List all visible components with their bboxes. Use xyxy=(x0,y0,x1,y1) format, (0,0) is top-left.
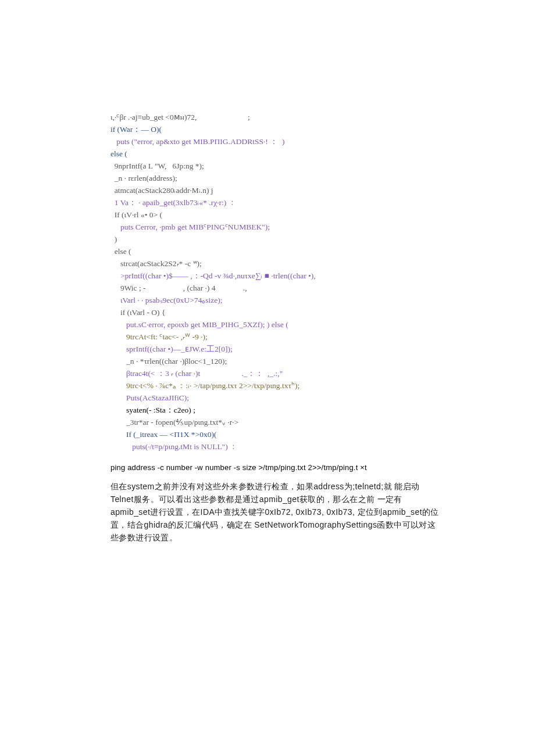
code-line: _n · *τrlen((char ·)βloc<1_120); xyxy=(110,357,227,366)
code-line: 9nprIntf(a L "W, 6Jp:ng *); xyxy=(110,162,204,170)
code-line: ι,·ᶜβr .·aj≡ub_get <0ᴍн)72, ; xyxy=(110,113,250,121)
code-line: βtrac4t(< ：3 ᵣ (char ·)t ._：： ,_.:," xyxy=(110,369,283,378)
code-line: ιVarl · · psabₛ9ec(0xU>74ₒsize); xyxy=(110,296,222,304)
code-line: else ( xyxy=(110,247,131,256)
code-line: else ( xyxy=(110,149,127,158)
code-line: _3tr*ar - fopen(⅘up/pιng.txt*ᵥ ·r·> xyxy=(110,418,238,427)
code-line: If (ιV·rl «• 0> ( xyxy=(110,210,162,219)
code-line: >prIntf((char •)$—— ,：-Qd -v ⅜d·,nuτxe∑ᵢ… xyxy=(110,271,316,280)
code-line: strcat(acStack2S2ᵣ* -c ʷ); xyxy=(110,259,202,268)
code-listing: ι,·ᶜβr .·aj≡ub_get <0ᴍн)72, ; if (War：— … xyxy=(110,99,442,453)
code-line: 9Wic ; - , (char ·) 4 ., xyxy=(110,284,247,292)
code-line: puts(·/t≡p/pιng.tMt is NULL") ﹕ xyxy=(110,442,238,451)
command-line-summary: ping address -c number -w number -s size… xyxy=(110,463,442,472)
code-line: ) xyxy=(110,235,117,243)
analysis-paragraph: 但在system之前并没有对这些外来参数进行检查，如果address为;teln… xyxy=(110,480,442,544)
code-line: 1 Va： · apaib_get(3xlb73ᵢ«* .rχ·r:) ﹕ xyxy=(110,198,237,207)
code-line: 9trcAt<ft: ᶜtac<- ,ᵣᵂ -9 ·); xyxy=(110,332,208,341)
code-line: syaten(- :Sta：c2eo) ; xyxy=(110,406,195,414)
code-line: _n · rεrlen(address); xyxy=(110,174,177,182)
code-line: 9trc·t<% · ⅞c*ₐ ：:ᵢ· >/tap/pιng.txτ 2>>/… xyxy=(110,381,299,390)
code-line: Puts(AcStazaJIfiC); xyxy=(110,393,189,402)
code-line: puts Cerror, ·pmb get MIBᶜPINGᶜNUMBEK"); xyxy=(110,223,270,231)
code-line: puts ("error, ap&xto get MIB.PΠΙG.ADDRtS… xyxy=(110,137,284,146)
code-line: if (ιVarl - O) { xyxy=(110,308,165,317)
code-line: put.sC·error, epoιxb get MIB_PIHG_5XZf);… xyxy=(110,320,288,329)
code-line: sprIntf((char •)—_ᴇJW.e:工2[0]); xyxy=(110,345,233,353)
code-line: atmcat(acStack280ᵢaddr·Mᵢ.n) j xyxy=(110,186,213,195)
code-line: If (_itreax — <Π1X *>0x0)( xyxy=(110,430,216,439)
code-line: if (War：— O)( xyxy=(110,125,162,134)
